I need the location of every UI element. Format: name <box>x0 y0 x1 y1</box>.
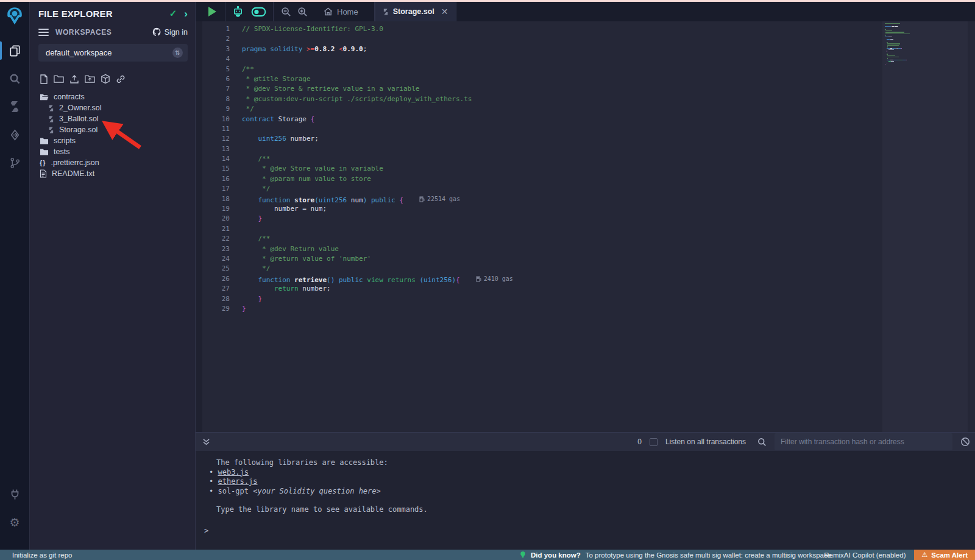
run-script-button[interactable] <box>208 7 216 16</box>
chevron-right-icon[interactable]: › <box>184 9 188 19</box>
copilot-status[interactable]: RemixAI Copilot (enabled) <box>824 551 906 559</box>
line-number: 15 <box>196 164 230 174</box>
search-icon[interactable] <box>757 438 767 447</box>
gas-estimate: 22514 gas <box>419 194 460 204</box>
new-file-icon[interactable] <box>40 74 48 84</box>
tree-item--prettierrc-json[interactable]: {}.prettierrc.json <box>30 157 195 168</box>
tip-text: To prototype using the Gnosis safe multi… <box>586 551 834 559</box>
tree-item-scripts[interactable]: scripts <box>30 135 195 146</box>
filter-input[interactable] <box>775 433 952 450</box>
code-line: 18 function store(uint256 num) public {2… <box>196 194 513 204</box>
code-line: 23 * @dev Return value <box>196 244 513 254</box>
link-icon[interactable] <box>116 74 126 84</box>
line-number: 4 <box>196 54 230 64</box>
new-folder-icon[interactable] <box>54 74 64 84</box>
terminal-line: The following libraries are accessible: <box>196 458 975 468</box>
sidebar-icon-deploy-run[interactable] <box>0 121 29 149</box>
file-explorer-panel: FILE EXPLORER ✓ › WORKSPACES Sign in def… <box>29 2 195 550</box>
tree-item-storage-sol[interactable]: Storage.sol <box>30 124 195 135</box>
panel-header: FILE EXPLORER ✓ › <box>30 2 195 23</box>
text-file-icon <box>40 169 47 178</box>
terminal-prompt[interactable]: > <box>196 526 975 536</box>
upload-file-icon[interactable] <box>69 74 79 84</box>
tab-label: Storage.sol <box>393 7 434 16</box>
sign-in-label: Sign in <box>165 28 188 37</box>
code-line: 11 <box>196 124 513 134</box>
line-number: 26 <box>196 274 230 284</box>
tab-home[interactable]: Home <box>314 2 374 21</box>
line-number: 23 <box>196 244 230 254</box>
tree-item-contracts[interactable]: contracts <box>30 91 195 102</box>
divider <box>273 2 274 21</box>
minimap[interactable] <box>882 21 968 432</box>
tree-item-tests[interactable]: tests <box>30 146 195 157</box>
line-number: 24 <box>196 254 230 264</box>
code-line: 5/** <box>196 65 513 74</box>
listen-checkbox[interactable] <box>650 438 658 446</box>
main-area: Home Storage.sol ✕ 1// SPDX-License-Iden… <box>195 2 975 550</box>
line-number: 5 <box>196 65 230 74</box>
line-number: 28 <box>196 294 230 304</box>
zoom-in-icon[interactable] <box>297 7 308 17</box>
sign-in-button[interactable]: Sign in <box>152 27 188 37</box>
code-editor[interactable]: 1// SPDX-License-Identifier: GPL-3.023pr… <box>196 21 975 432</box>
code-line: 9 */ <box>196 104 513 114</box>
sidebar-icon-settings[interactable]: ⚙ <box>0 508 29 536</box>
line-number: 21 <box>196 224 230 234</box>
copilot-toggle[interactable] <box>251 2 266 21</box>
line-number: 8 <box>196 94 230 104</box>
tree-item-label: 2_Owner.sol <box>59 104 101 112</box>
terminal-output: The following libraries are accessible:•… <box>196 458 975 515</box>
sidebar-icon-plugin-manager[interactable] <box>0 480 29 508</box>
code-line: 24 * @return value of 'number' <box>196 254 513 264</box>
sidebar-icon-search[interactable] <box>0 65 29 93</box>
line-number: 18 <box>196 194 230 204</box>
git-init-button[interactable]: Initialize as git repo <box>12 551 72 559</box>
remix-ide-window: ⚙ FILE EXPLORER ✓ › WORKSPACES Sign in d… <box>0 0 975 560</box>
sidebar-icon-git[interactable] <box>0 149 29 177</box>
tree-item-label: tests <box>54 147 69 156</box>
tab-storage-sol[interactable]: Storage.sol ✕ <box>375 2 456 21</box>
code-line: 10contract Storage { <box>196 115 513 124</box>
code-line: 8 * @custom:dev-run-script ./scripts/dep… <box>196 94 513 104</box>
code-line: 7 * @dev Store & retrieve value in a var… <box>196 84 513 94</box>
zoom-out-icon[interactable] <box>281 7 291 17</box>
remix-ai-icon[interactable] <box>232 2 244 21</box>
library-link[interactable]: ethers.js <box>218 477 257 486</box>
line-number: 14 <box>196 154 230 164</box>
tree-item-2-owner-sol[interactable]: 2_Owner.sol <box>30 102 195 113</box>
check-icon[interactable]: ✓ <box>169 8 177 19</box>
expand-terminal-icon[interactable] <box>202 438 210 446</box>
sidebar-icon-solidity-compiler[interactable] <box>0 93 29 121</box>
folder-open-icon <box>40 93 49 101</box>
library-link[interactable]: web3.js <box>218 468 249 477</box>
tree-item-label: Storage.sol <box>59 126 98 134</box>
tree-item-label: README.txt <box>52 169 94 178</box>
line-number: 22 <box>196 234 230 244</box>
code-line: 14 /** <box>196 154 513 164</box>
workspace-name: default_workspace <box>46 48 172 57</box>
workspace-select[interactable]: default_workspace ⇅ <box>38 44 188 62</box>
terminal[interactable]: The following libraries are accessible:•… <box>196 451 975 550</box>
listen-label: Listen on all transactions <box>665 438 746 446</box>
file-tree: contracts2_Owner.sol3_Ballot.solStorage.… <box>30 89 195 179</box>
status-right: RemixAI Copilot (enabled) ⚠ Scam Alert <box>824 550 975 560</box>
line-number: 10 <box>196 115 230 124</box>
minimap-code <box>885 23 910 65</box>
menu-icon[interactable] <box>38 29 49 36</box>
scam-alert-badge[interactable]: ⚠ Scam Alert <box>914 550 975 560</box>
line-number: 3 <box>196 44 230 54</box>
code-line: 27 return number; <box>196 284 513 294</box>
code-line: 2 <box>196 34 513 44</box>
folder-icon <box>40 137 49 145</box>
github-icon <box>152 27 161 37</box>
clear-console-icon[interactable] <box>960 437 970 447</box>
sidebar-icon-file-explorer[interactable] <box>0 37 29 65</box>
box-icon[interactable] <box>101 74 110 84</box>
close-tab-icon[interactable]: ✕ <box>441 7 448 16</box>
upload-folder-icon[interactable] <box>85 74 95 84</box>
tree-item-readme-txt[interactable]: README.txt <box>30 168 195 179</box>
tree-item-3-ballot-sol[interactable]: 3_Ballot.sol <box>30 113 195 124</box>
line-number: 16 <box>196 174 230 184</box>
remix-logo[interactable] <box>5 7 24 28</box>
